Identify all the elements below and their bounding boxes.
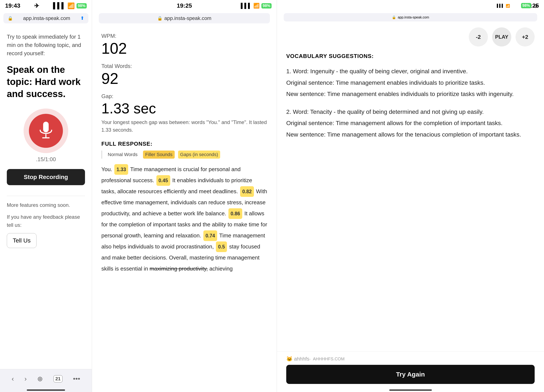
gap-desc: Your longest speech gap was between: wor… [101, 118, 267, 134]
divider-1 [7, 196, 85, 196]
vocabulary-content: VOCABULARY SUGGESTIONS: 1. Word: Ingenui… [277, 49, 544, 351]
vocab-word-2: 2. Word: Tenacity - the quality of being… [286, 107, 535, 117]
player-controls: -2 PLAY +2 [277, 23, 544, 49]
response-text: You. 1.33 Time management is crucial for… [101, 164, 267, 274]
minus-button[interactable]: -2 [469, 27, 488, 47]
try-again-section: 🐱 ahhhfs· AHHHHFS.COM Try Again [277, 351, 544, 388]
vocab-heading: VOCABULARY SUGGESTIONS: [286, 53, 535, 59]
lock-icon-3: 🔒 [392, 15, 396, 19]
wifi-icon-2: 📶 [253, 3, 260, 9]
vocab-entry-1: 1. Word: Ingenuity - the quality of bein… [286, 66, 535, 99]
lock-icon-2: 🔒 [157, 16, 163, 21]
topic-text: Speak on the topic: Hard work and succes… [7, 64, 85, 100]
vocab-original-1: Original sentence: Time management enabl… [286, 78, 535, 88]
watermark-url: AHHHHFS.COM [313, 357, 344, 361]
feedback-line1: More features coming soon. [7, 201, 85, 209]
full-response-label: FULL RESPONSE: [101, 140, 267, 147]
results-panel: 19:25 ▌▌▌ 📶 98% 🔒 app.insta-speak.com WP… [92, 0, 277, 392]
stop-recording-button[interactable]: Stop Recording [7, 169, 85, 185]
time-2: 19:25 [177, 2, 192, 9]
status-bar-3: ▌▌▌ 📶 19:25 ✈ 98% [277, 0, 544, 12]
wpm-label: WPM: [101, 33, 267, 39]
gap-badge-045: 0.45 [156, 175, 170, 186]
time-1: 19:43 [5, 2, 20, 9]
legend-normal: Normal Words [106, 151, 140, 159]
status-bar-1: 19:43 ✈ ▌▌▌ 📶 98% [0, 0, 92, 12]
tell-us-button[interactable]: Tell Us [7, 233, 36, 248]
url-text-1: app.insta-speak.com [15, 15, 78, 21]
url-bar-2[interactable]: 🔒 app.insta-speak.com [99, 13, 270, 23]
vocabulary-panel: ▌▌▌ 📶 19:25 ✈ 98% 🔒 app.insta-speak.com … [277, 0, 544, 392]
status-bar-2: 19:25 ▌▌▌ 📶 98% [92, 0, 277, 12]
total-words-label: Total Words: [101, 63, 267, 70]
url-text-3: app.insta-speak.com [398, 16, 429, 19]
share-icon-1: ⬆ [80, 16, 84, 21]
panel1-content: Try to speak immediately for 1 min on th… [0, 25, 92, 369]
plus-button[interactable]: +2 [515, 27, 535, 47]
legend-gaps: Gaps (in seconds) [178, 151, 220, 159]
wifi-icon: 📶 [67, 2, 75, 9]
location-icon: ✈ [34, 2, 39, 9]
url-bar-3[interactable]: 🔒 app.insta-speak.com [284, 13, 537, 21]
vocab-word-1: 1. Word: Ingenuity - the quality of bein… [286, 66, 535, 76]
home-bar-1 [27, 389, 65, 391]
gap-badge-082: 0.82 [240, 186, 254, 197]
status-icons-1: ▌▌▌ 📶 98% [53, 2, 87, 9]
gap-badge-05: 0.5 [216, 241, 227, 252]
gap-badge-133: 1.33 [114, 164, 128, 175]
legend-filler: Filler Sounds [143, 151, 174, 159]
back-button[interactable]: ‹ [12, 375, 14, 383]
feedback-line2: If you have any feedback please tell us: [7, 213, 85, 229]
battery-badge-3: 98% [521, 3, 531, 8]
more-button[interactable]: ••• [73, 375, 80, 383]
status-icons-2: ▌▌▌ 📶 98% [241, 3, 272, 9]
forward-button[interactable]: › [24, 375, 27, 383]
instruction-text: Try to speak immediately for 1 min on th… [7, 33, 85, 58]
add-tab-button[interactable]: ⊕ [37, 375, 43, 383]
gap-badge-074: 0.74 [203, 230, 217, 241]
lock-icon-1: 🔒 [8, 16, 13, 21]
location-icon-3: ✈ [534, 3, 538, 10]
gap-value: 1.33 sec [101, 100, 267, 116]
try-again-button[interactable]: Try Again [286, 365, 535, 384]
status-icons-3: ▌▌▌ 📶 [497, 4, 510, 8]
battery-badge-1: 98% [77, 3, 87, 8]
timer-display: .15/1:00 [36, 156, 56, 163]
signal-icon: ▌▌▌ [53, 2, 66, 9]
url-text-2: app.insta-speak.com [164, 15, 211, 21]
home-indicator-1 [0, 388, 92, 392]
home-bar-3 [389, 389, 432, 391]
vocab-original-2: Original sentence: Time management allow… [286, 118, 535, 128]
play-button[interactable]: PLAY [492, 27, 511, 47]
vocab-new-1: New sentence: Time management enables in… [286, 89, 535, 99]
recording-panel: 19:43 ✈ ▌▌▌ 📶 98% 🔒 app.insta-speak.com … [0, 0, 92, 392]
mic-container: .15/1:00 [7, 109, 85, 163]
total-words-value: 92 [101, 70, 267, 87]
results-content: WPM: 102 Total Words: 92 Gap: 1.33 sec Y… [92, 25, 277, 392]
tab-count[interactable]: 21 [53, 375, 62, 382]
battery-badge-2: 98% [261, 3, 272, 8]
mic-button[interactable] [29, 114, 63, 148]
gap-badge-086: 0.86 [228, 208, 242, 219]
vocab-entry-2: 2. Word: Tenacity - the quality of being… [286, 107, 535, 140]
bottom-bar-1: ‹ › ⊕ 21 ••• [0, 369, 92, 388]
wifi-icon-3: 📶 [506, 4, 510, 8]
watermark: 🐱 ahhhfs· AHHHHFS.COM [286, 356, 535, 362]
svg-rect-0 [43, 122, 49, 132]
wpm-value: 102 [101, 40, 267, 57]
legend: Normal Words Filler Sounds Gaps (in seco… [101, 151, 267, 159]
vocab-new-2: New sentence: Time management allows for… [286, 129, 535, 140]
signal-icon-2: ▌▌▌ [241, 3, 252, 9]
mic-outer[interactable] [24, 109, 68, 153]
gap-label: Gap: [101, 93, 267, 99]
mic-icon [38, 121, 53, 140]
strikethrough-word1: maximizing productivity, [150, 265, 208, 272]
home-indicator-3 [277, 388, 544, 392]
watermark-logo: 🐱 ahhhfs· [286, 356, 311, 362]
signal-icon-3: ▌▌▌ [497, 4, 504, 8]
url-bar-1[interactable]: 🔒 app.insta-speak.com ⬆ [3, 13, 89, 23]
